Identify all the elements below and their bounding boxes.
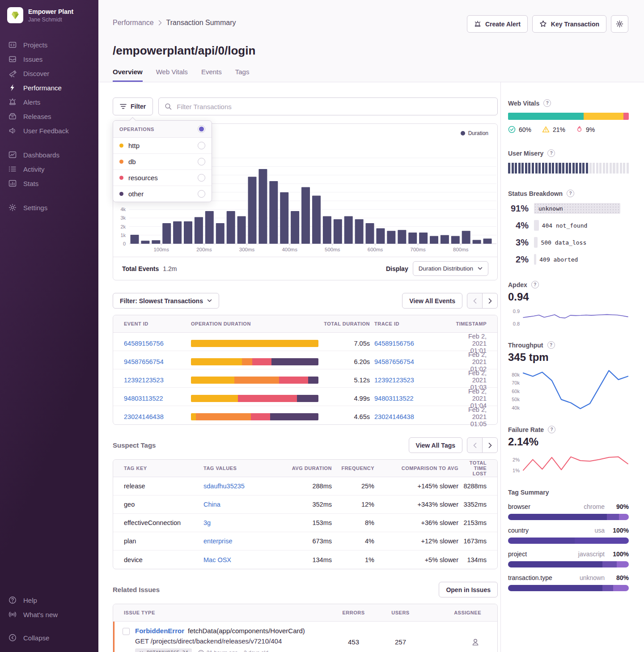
tag-avg-duration: 134ms xyxy=(285,556,332,563)
tag-value-link[interactable]: 3g xyxy=(203,519,280,526)
tags-next-page-button[interactable] xyxy=(482,437,498,453)
user-misery-segment xyxy=(528,163,530,174)
sidebar-item-label: Settings xyxy=(23,204,47,212)
assignee-person-icon[interactable] xyxy=(471,638,479,646)
chevron-down-icon xyxy=(207,299,212,302)
operation-option-db[interactable]: db xyxy=(113,154,212,170)
tag-summary-bar[interactable] xyxy=(508,514,629,520)
trace-id-link[interactable]: 94587656754 xyxy=(374,358,451,365)
sidebar-item-stats[interactable]: Stats xyxy=(0,176,98,191)
issue-error-type-link[interactable]: ForbiddenError xyxy=(135,627,184,635)
operation-option-radio[interactable] xyxy=(198,190,205,198)
operations-all-radio[interactable] xyxy=(198,125,205,133)
issue-short-id-badge[interactable]: BOTANAVOICE-34 xyxy=(135,648,192,652)
sidebar-item-label: Discover xyxy=(23,70,49,77)
tag-value-link[interactable]: Mac OSX xyxy=(203,556,280,563)
event-id-link[interactable]: 23024146438 xyxy=(124,413,186,420)
failure-rate-help-icon[interactable]: ? xyxy=(548,426,555,433)
events-next-page-button[interactable] xyxy=(482,293,498,309)
tag-value-link[interactable]: China xyxy=(203,501,280,508)
trace-id-link[interactable]: 64589156756 xyxy=(374,340,451,347)
event-id-link[interactable]: 94587656754 xyxy=(124,358,186,365)
event-id-link[interactable]: 12392123523 xyxy=(124,377,186,384)
sidebar-item-dashboards[interactable]: Dashboards xyxy=(0,148,98,162)
sidebar-item-settings[interactable]: Settings xyxy=(0,200,98,215)
events-prev-page-button[interactable] xyxy=(467,293,483,309)
org-header[interactable]: Empower Plant Jane Schmidt xyxy=(0,7,98,23)
tag-total-time-lost: 1673ms xyxy=(463,538,487,545)
trace-id-link[interactable]: 94803113522 xyxy=(374,395,451,402)
apdex-heading: Apdex xyxy=(508,281,527,288)
operation-option-resources[interactable]: resources xyxy=(113,170,212,186)
throughput-value: 345 tpm xyxy=(508,351,629,364)
status-breakdown-row: 4%404 not_found xyxy=(508,220,629,231)
open-in-issues-button[interactable]: Open in Issues xyxy=(439,582,498,597)
tab-events[interactable]: Events xyxy=(201,68,222,82)
user-misery-help-icon[interactable]: ? xyxy=(547,149,555,157)
operation-option-other[interactable]: other xyxy=(113,186,212,202)
tab-tags[interactable]: Tags xyxy=(235,68,250,82)
sidebar-item-whats-new[interactable]: What's new xyxy=(0,607,98,622)
issue-row[interactable]: ForbiddenErrorfetchData(app/components/H… xyxy=(113,622,497,652)
operation-option-http[interactable]: http xyxy=(113,138,212,154)
operation-option-radio[interactable] xyxy=(198,174,205,182)
tag-summary-segment xyxy=(602,585,613,591)
svg-text:4k: 4k xyxy=(120,207,126,212)
issue-title: fetchData(app/components/HoverCard) xyxy=(188,627,305,635)
throughput-help-icon[interactable]: ? xyxy=(547,341,555,349)
tag-summary-bar[interactable] xyxy=(508,585,629,591)
settings-gear-button[interactable] xyxy=(611,15,628,33)
sidebar-item-discover[interactable]: Discover xyxy=(0,66,98,80)
trace-id-link[interactable]: 12392123523 xyxy=(374,377,451,384)
tag-summary-segment xyxy=(508,585,602,591)
apdex-help-icon[interactable]: ? xyxy=(531,281,539,288)
sidebar-item-help[interactable]: Help xyxy=(0,593,98,607)
issue-checkbox[interactable] xyxy=(123,628,130,635)
throughput-chart: 80k70k60k50k40k xyxy=(508,368,629,414)
operation-option-radio[interactable] xyxy=(198,158,205,165)
display-select[interactable]: Duration Distribution xyxy=(413,261,488,276)
view-all-events-button[interactable]: View All Events xyxy=(402,293,462,309)
sidebar-item-user-feedback[interactable]: User Feedback xyxy=(0,123,98,138)
tags-prev-page-button[interactable] xyxy=(467,437,483,453)
sidebar-item-projects[interactable]: Projects xyxy=(0,38,98,52)
tag-value-link[interactable]: sdaufhu35235 xyxy=(203,483,280,490)
user-misery-segment xyxy=(620,163,622,174)
tag-value-link[interactable]: enterprise xyxy=(203,538,280,545)
tag-summary-bar[interactable] xyxy=(508,538,629,544)
svg-text:600ms: 600ms xyxy=(368,247,383,252)
chevron-right-icon xyxy=(488,443,492,448)
tag-summary-bar[interactable] xyxy=(508,561,629,567)
tag-summary-heading: Tag Summary xyxy=(508,489,549,496)
svg-text:80k: 80k xyxy=(512,372,520,377)
web-vitals-help-icon[interactable]: ? xyxy=(543,99,551,107)
key-transaction-button[interactable]: Key Transaction xyxy=(532,15,606,33)
filter-button[interactable]: Filter xyxy=(113,97,153,115)
sidebar-item-releases[interactable]: Releases xyxy=(0,109,98,123)
sidebar-item-collapse[interactable]: Collapse xyxy=(0,631,98,645)
web-vitals-bar xyxy=(508,113,629,120)
search-input[interactable] xyxy=(158,97,498,115)
issue-user-count: 257 xyxy=(379,638,422,646)
tab-overview[interactable]: Overview xyxy=(113,68,143,82)
operations-dropdown-title: OPERATIONS xyxy=(119,127,154,132)
view-all-tags-button[interactable]: View All Tags xyxy=(409,437,462,453)
svg-text:50k: 50k xyxy=(512,397,520,402)
breadcrumb-performance[interactable]: Performance xyxy=(113,19,154,27)
event-id-link[interactable]: 94803113522 xyxy=(124,395,186,402)
event-id-link[interactable]: 64589156756 xyxy=(124,340,186,347)
operation-option-radio[interactable] xyxy=(198,142,205,149)
sidebar-item-issues[interactable]: Issues xyxy=(0,52,98,66)
sidebar-item-performance[interactable]: Performance xyxy=(0,80,98,95)
tab-web-vitals[interactable]: Web Vitals xyxy=(156,68,188,82)
create-alert-button[interactable]: Create Alert xyxy=(467,15,528,33)
trace-id-link[interactable]: 23024146438 xyxy=(374,413,451,420)
events-filter-select[interactable]: Filter: Slowest Transactions xyxy=(113,293,219,309)
sidebar-item-alerts[interactable]: Alerts xyxy=(0,95,98,109)
opduration-db-segment xyxy=(196,413,251,420)
sidebar-item-activity[interactable]: Activity xyxy=(0,162,98,176)
svg-text:2%: 2% xyxy=(513,457,520,462)
user-misery-segment xyxy=(586,163,588,174)
tags-column-header: FREQUENCY xyxy=(336,466,374,471)
status-breakdown-help-icon[interactable]: ? xyxy=(567,190,574,197)
